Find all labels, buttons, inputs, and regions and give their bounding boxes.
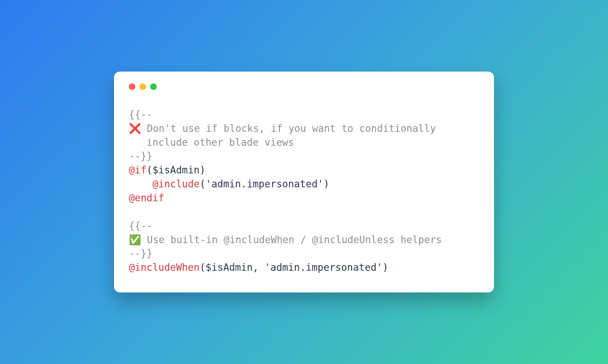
maximize-icon[interactable]: [150, 83, 157, 90]
code-token-comment: --}}: [129, 150, 152, 162]
code-token-comment: {{--: [129, 109, 152, 120]
window-titlebar: [129, 83, 479, 90]
code-line: {{--: [129, 219, 479, 233]
code-line: @endif: [129, 191, 479, 205]
code-token-comment: {{--: [129, 220, 152, 232]
code-token-text: ($isAdmin): [147, 164, 206, 176]
code-token-comment: include other blade views: [129, 137, 294, 148]
code-token-directive: @if: [129, 164, 147, 176]
code-token-directive: @include: [152, 178, 200, 190]
code-token-emoji: ❌: [129, 123, 141, 134]
code-window: {{--❌ Don't use if blocks, if you want t…: [114, 72, 494, 292]
code-line: @includeWhen($isAdmin, 'admin.impersonat…: [129, 261, 479, 275]
code-token-comment: Use built-in @includeWhen / @includeUnle…: [141, 234, 442, 246]
code-token-directive: @endif: [129, 192, 164, 204]
minimize-icon[interactable]: [140, 83, 146, 90]
close-icon[interactable]: [129, 83, 135, 90]
code-line: [129, 205, 479, 219]
code-token-comment: Don't use if blocks, if you want to cond…: [141, 123, 436, 134]
code-line: include other blade views: [129, 136, 479, 150]
code-token-directive: @includeWhen: [129, 262, 200, 273]
code-token-emoji: ✅: [129, 234, 141, 245]
code-token-text: ($isAdmin, 'admin.impersonated'): [200, 262, 388, 273]
code-content: {{--❌ Don't use if blocks, if you want t…: [129, 108, 479, 275]
code-line: @if($isAdmin): [129, 163, 479, 177]
code-line: --}}: [129, 247, 479, 261]
code-token-text: [129, 178, 152, 190]
code-line: @include('admin.impersonated'): [129, 177, 479, 191]
code-token-text: ('admin.impersonated'): [200, 178, 329, 190]
code-line: ✅ Use built-in @includeWhen / @includeUn…: [129, 233, 479, 247]
code-line: --}}: [129, 149, 479, 163]
code-line: {{--: [129, 108, 479, 122]
code-line: ❌ Don't use if blocks, if you want to co…: [129, 122, 479, 136]
code-token-comment: --}}: [129, 248, 152, 259]
